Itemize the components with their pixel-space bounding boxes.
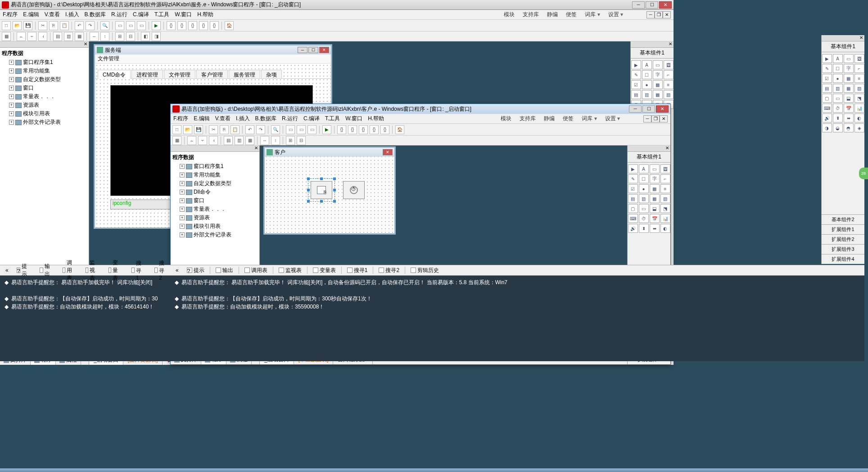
pftab2-ext1[interactable]: 扩展组件1 [822,224,864,234]
al-7[interactable]: ▦ [75,32,84,41]
palette-component[interactable]: ☑ [631,80,641,89]
logtab2-vars[interactable]: 变量表 [309,266,339,275]
tree-item[interactable]: +窗口 [178,196,258,205]
logtab-hint[interactable]: ?提示 [13,262,32,279]
close-button[interactable]: ✕ [659,1,672,9]
menu-supportlib[interactable]: 支持库 [523,11,539,18]
design-tab-cmd[interactable]: CMD命令 [98,70,131,79]
menu2-run[interactable]: R.运行 [282,115,298,123]
console-output2[interactable]: ◆易语言助手提醒您： 易语言助手加载完毕！ 词库功能[关闭]，自动备份源码已开启… [170,276,864,361]
palette-component[interactable]: ● [833,74,843,83]
tb-new[interactable]: □ [2,21,11,30]
mdi2-close[interactable]: ✕ [660,115,668,123]
expand-icon[interactable]: + [180,224,185,229]
palette-component[interactable]: ▭ [639,204,649,213]
palette-component[interactable]: 字 [650,174,660,183]
tb2-undo[interactable]: ↶ [245,125,254,134]
menu2-dict[interactable]: 词库 [582,115,597,123]
al-10[interactable]: ⊞ [115,32,124,41]
palette-component[interactable]: ▭ [653,60,663,69]
palette-component[interactable]: ≡ [660,184,670,193]
tb-open[interactable]: 📂 [13,21,22,30]
tb-save[interactable]: 💾 [23,21,32,30]
al2-10[interactable]: ⊞ [286,136,295,145]
tree-item[interactable]: +外部文件记录表 [7,118,88,127]
palette-component[interactable]: ✎ [822,64,832,73]
menu-compile[interactable]: C.编译 [133,11,149,18]
tree-item[interactable]: +常量表．．． [178,205,258,213]
expand-icon[interactable]: + [180,172,185,177]
palette-component[interactable]: 📊 [854,104,864,113]
tb-win1[interactable]: ▭ [115,21,124,30]
form-close[interactable]: ✕ [319,47,329,53]
palette-component[interactable]: ▭ [833,94,843,103]
tb2-redo[interactable]: ↷ [256,125,265,134]
palette-component[interactable]: 🖼 [664,60,674,69]
form-menubar[interactable]: 文件管理 [95,54,331,64]
taskbar[interactable] [0,468,868,472]
menu2-help[interactable]: H.帮助 [368,115,384,123]
tb2-s3[interactable]: {} [359,125,368,134]
maximize-button2[interactable]: ☐ [642,105,655,113]
palette-component[interactable]: A [642,60,652,69]
palette-component[interactable]: ● [642,80,652,89]
tb2-s4[interactable]: {} [370,125,379,134]
palette-component[interactable]: A [833,54,843,63]
palette-component[interactable]: ⌐ [664,70,674,79]
tb2-open[interactable]: 📂 [183,125,192,134]
palette-component[interactable]: ▦ [653,80,663,89]
tb-win2[interactable]: ▭ [126,21,135,30]
palette-component[interactable]: ⬍ [833,113,843,123]
palette-component[interactable]: ⬓ [844,94,854,103]
palette-component[interactable]: ▥ [642,90,652,99]
palette-close3[interactable]: ✕ [664,145,670,151]
tree-root[interactable]: 程序数据 [1,49,88,58]
pftab2-ext4[interactable]: 扩展组件4 [822,254,864,264]
palette-component[interactable]: ▥ [639,194,649,203]
tb2-s1[interactable]: {} [337,125,346,134]
tree-item[interactable]: +常用功能集 [7,67,88,75]
expand-icon[interactable]: + [9,94,14,99]
expand-icon[interactable]: + [9,77,14,82]
panel-close-icon[interactable]: ✕ [82,41,89,47]
palette-component[interactable]: ☐ [639,174,649,183]
menu2-window[interactable]: W.窗口 [345,115,362,123]
palette-component[interactable]: ☐ [833,64,843,73]
expand-icon[interactable]: + [180,207,185,212]
tree-item[interactable]: +常用功能集 [178,171,258,179]
al2-6[interactable]: ▥ [235,136,244,145]
menu-module[interactable]: 模块 [504,11,515,18]
palette-component[interactable]: ◈ [854,123,864,132]
tb-undo[interactable]: ↶ [75,21,84,30]
palette-component[interactable]: ⬍ [639,224,649,233]
menu-static[interactable]: 静编 [547,11,558,18]
al2-7[interactable]: ▦ [245,136,254,145]
tb2-w2[interactable]: ▭ [297,125,306,134]
mdi2-restore[interactable]: ❐ [651,115,660,123]
logtab-search2[interactable]: 搜寻2 [151,259,170,282]
palette-component[interactable]: ▤ [822,84,832,93]
component-client[interactable] [311,181,332,199]
al-3[interactable]: ⫟ [27,32,36,41]
tree-item[interactable]: +窗口 [7,84,88,92]
menu-insert[interactable]: I.插入 [65,11,79,18]
tb2-s2[interactable]: {} [348,125,357,134]
component-timer[interactable] [343,181,365,199]
palette-component[interactable]: ▦ [844,74,854,83]
palette-component[interactable]: ▤ [628,194,638,203]
menu-program[interactable]: F.程序 [3,11,18,18]
palette-component[interactable]: ⬔ [854,94,864,103]
expand-icon[interactable]: + [180,232,185,237]
menu2-tools[interactable]: T.工具 [325,115,340,123]
al-4[interactable]: ⫞ [38,32,47,41]
palette-component[interactable]: ⬔ [660,204,670,213]
palette-component[interactable]: ▧ [660,194,670,203]
menu2-compile[interactable]: C.编译 [303,115,320,123]
menu2-supportlib[interactable]: 支持库 [520,115,536,123]
palette-component[interactable]: ▢ [822,94,832,103]
design-tab-client[interactable]: 客户管理 [196,70,228,78]
palette-component[interactable]: ☑ [628,184,638,193]
tb2-new[interactable]: □ [172,125,181,134]
palette-component[interactable]: ⌨ [822,104,832,113]
palette-component[interactable]: 🖼 [854,54,864,63]
